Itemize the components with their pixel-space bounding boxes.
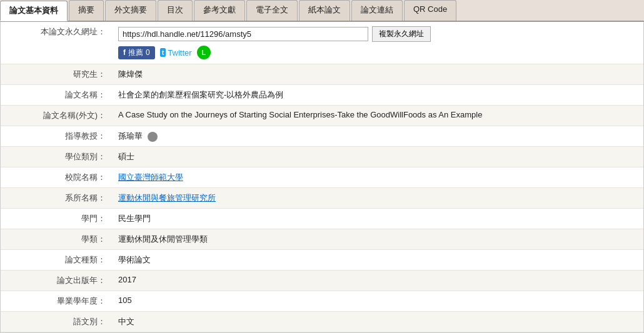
twitter-share-button[interactable]: t Twitter [160,48,192,57]
student-row: 研究生： 陳煒傑 [1,64,643,85]
advisor-name: 孫瑜華 [118,131,143,141]
pub-year-value: 2017 [113,271,643,289]
title-row: 論文名稱： 社會企業的創業歷程個案研究-以格外農品為例 [1,85,643,106]
facebook-icon: f [123,48,126,57]
twitter-label: Twitter [168,48,191,57]
degree-value: 碩士 [113,147,643,167]
tab-links[interactable]: 論文連結 [351,0,403,21]
subject-row: 學類： 運動休閒及休閒管理學類 [1,229,643,250]
grad-year-value: 105 [113,291,643,309]
title-ext-label: 論文名稱(外文)： [1,106,113,126]
title-ext-row: 論文名稱(外文)： A Case Study on the Journeys o… [1,106,643,126]
twitter-icon: t [160,48,166,57]
tab-qrcode[interactable]: QR Code [404,0,456,21]
grad-year-row: 畢業學年度： 105 [1,291,643,312]
tab-abstract[interactable]: 摘要 [69,0,104,21]
language-label: 語文別： [1,312,113,332]
faculty-label: 學門： [1,209,113,229]
school-label: 校院名稱： [1,167,113,187]
school-value: 國立臺灣師範大學 [113,167,643,187]
dept-link[interactable]: 運動休閒與餐旅管理研究所 [118,193,216,202]
title-value: 社會企業的創業歷程個案研究-以格外農品為例 [113,85,643,105]
grad-year-label: 畢業學年度： [1,291,113,311]
copy-permalink-button[interactable]: 複製永久網址 [372,26,431,42]
school-link[interactable]: 國立臺灣師範大學 [118,172,183,182]
dept-row: 系所名稱： 運動休閒與餐旅管理研究所 [1,188,643,209]
tab-fulltext[interactable]: 電子全文 [246,0,298,21]
subject-value: 運動休閒及休閒管理學類 [113,229,643,249]
student-label: 研究生： [1,64,113,84]
tab-paper[interactable]: 紙本論文 [299,0,350,21]
url-input-group: 複製永久網址 [118,26,638,42]
tab-basic[interactable]: 論文基本資料 [0,1,68,21]
permalink-value-cell: 複製永久網址 f 推薦 0 t Twitter L [113,22,643,64]
content-panel: 本論文永久網址： 複製永久網址 f 推薦 0 t Twitter L 研究 [0,22,644,333]
language-value: 中文 [113,312,643,332]
social-bar: f 推薦 0 t Twitter L [118,46,638,59]
permalink-input[interactable] [118,27,368,41]
title-label: 論文名稱： [1,85,113,105]
tab-ext-abstract[interactable]: 外文摘要 [105,0,156,21]
pub-year-label: 論文出版年： [1,271,113,291]
fb-count: 0 [146,48,150,57]
school-row: 校院名稱： 國立臺灣師範大學 [1,167,643,188]
dept-value: 運動休閒與餐旅管理研究所 [113,188,643,208]
permalink-label: 本論文永久網址： [1,22,113,42]
faculty-row: 學門： 民生學門 [1,209,643,229]
fb-recommend-label: 推薦 [128,47,143,58]
faculty-value: 民生學門 [113,209,643,229]
thesis-type-value: 學術論文 [113,250,643,270]
title-ext-value: A Case Study on the Journeys of Starting… [113,106,643,124]
thesis-type-label: 論文種類： [1,250,113,270]
degree-row: 學位類別： 碩士 [1,147,643,167]
thesis-type-row: 論文種類： 學術論文 [1,250,643,271]
tab-references[interactable]: 參考文獻 [194,0,245,21]
permalink-row: 本論文永久網址： 複製永久網址 f 推薦 0 t Twitter L [1,22,643,64]
facebook-share-button[interactable]: f 推薦 0 [118,46,155,59]
language-row: 語文別： 中文 [1,312,643,332]
subject-label: 學類： [1,229,113,249]
tab-bar: 論文基本資料 摘要 外文摘要 目次 參考文獻 電子全文 紙本論文 論文連結 QR… [0,0,644,22]
pub-year-row: 論文出版年： 2017 [1,271,643,291]
student-value: 陳煒傑 [113,64,643,84]
advisor-value: 孫瑜華 [113,126,643,146]
advisor-profile-icon[interactable] [148,132,158,142]
tab-toc[interactable]: 目次 [158,0,193,21]
degree-label: 學位類別： [1,147,113,167]
line-share-button[interactable]: L [197,46,211,59]
advisor-row: 指導教授： 孫瑜華 [1,126,643,147]
advisor-label: 指導教授： [1,126,113,146]
dept-label: 系所名稱： [1,188,113,208]
